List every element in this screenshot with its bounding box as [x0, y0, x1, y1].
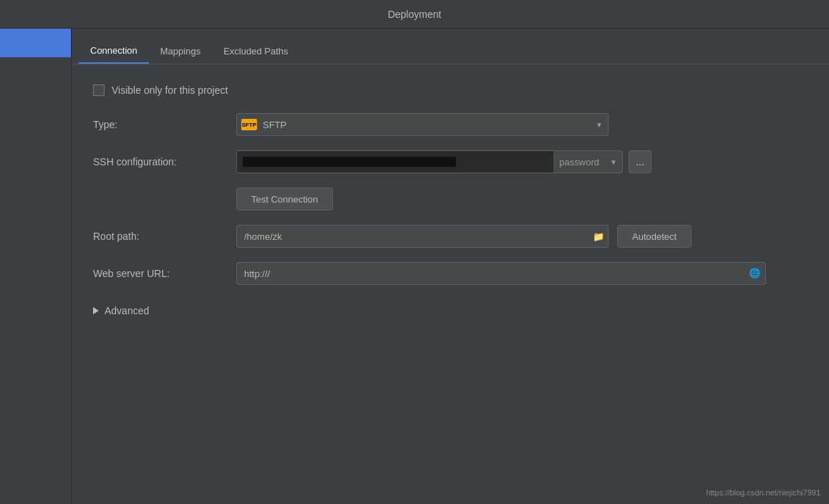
visible-only-label: Visible only for this project — [112, 84, 228, 96]
dialog-title: Deployment — [388, 9, 442, 20]
type-row: Type: SFTP SFTP ▼ — [93, 113, 808, 136]
autodetect-button[interactable]: Autodetect — [617, 225, 692, 248]
root-path-input[interactable] — [236, 225, 609, 248]
type-select[interactable]: SFTP SFTP ▼ — [236, 113, 609, 136]
sidebar — [0, 29, 72, 504]
visible-only-row: Visible only for this project — [93, 84, 808, 96]
title-bar: Deployment — [0, 0, 829, 29]
ssh-config-row: SSH configuration: password ▼ ... — [93, 150, 808, 173]
type-dropdown-arrow: ▼ — [591, 113, 608, 136]
ssh-config-wrapper: password ▼ ... — [236, 150, 651, 173]
tab-mappings[interactable]: Mappings — [149, 38, 212, 64]
advanced-expand-icon — [93, 307, 99, 314]
ssh-ellipsis-button[interactable]: ... — [629, 150, 651, 173]
sidebar-selected-item — [0, 29, 71, 57]
web-server-url-row: Web server URL: 🌐 — [93, 262, 808, 285]
main-container: Connection Mappings Excluded Paths Visib… — [0, 29, 829, 504]
web-server-url-input-wrapper: 🌐 — [236, 262, 766, 285]
tab-excluded-paths[interactable]: Excluded Paths — [212, 38, 299, 64]
visible-only-checkbox[interactable] — [93, 84, 105, 96]
content-area: Connection Mappings Excluded Paths Visib… — [72, 29, 829, 504]
ssh-dropdown-arrow: ▼ — [605, 150, 622, 173]
web-server-url-input[interactable] — [236, 262, 766, 285]
tabs-bar: Connection Mappings Excluded Paths — [72, 29, 829, 64]
folder-icon: 📁 — [593, 231, 604, 242]
ssh-redacted-value — [237, 151, 553, 173]
root-path-row: Root path: 📁 Autodetect — [93, 225, 808, 248]
footer-link: https://blog.csdn.net/niejichi7991 — [706, 488, 820, 497]
tab-connection[interactable]: Connection — [79, 38, 149, 64]
root-path-input-wrapper: 📁 — [236, 225, 609, 248]
type-select-text: SFTP — [257, 120, 591, 130]
globe-icon: 🌐 — [749, 268, 760, 279]
ssh-config-label: SSH configuration: — [93, 156, 236, 168]
web-server-url-label: Web server URL: — [93, 268, 236, 279]
test-connection-button[interactable]: Test Connection — [236, 188, 333, 210]
ssh-config-select[interactable]: password ▼ — [236, 150, 623, 173]
advanced-row[interactable]: Advanced — [93, 305, 808, 316]
ssh-redacted-bar — [243, 157, 456, 167]
form-area: Visible only for this project Type: SFTP… — [72, 64, 829, 504]
advanced-label: Advanced — [105, 305, 149, 316]
type-label: Type: — [93, 119, 236, 130]
test-connection-row: Test Connection — [93, 188, 808, 210]
ssh-password-text: password — [553, 157, 605, 168]
sftp-icon: SFTP — [241, 119, 257, 130]
root-path-label: Root path: — [93, 231, 236, 242]
type-control: SFTP SFTP ▼ — [236, 113, 609, 136]
